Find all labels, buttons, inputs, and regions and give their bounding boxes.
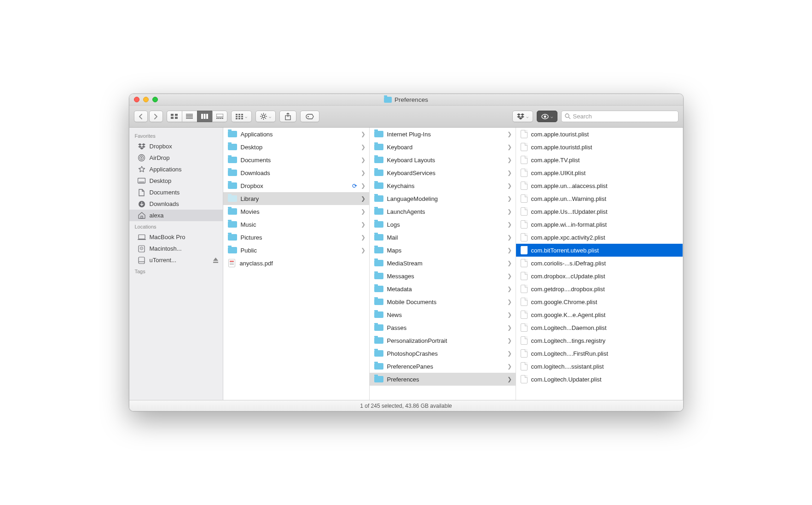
list-item[interactable]: Applications❯ bbox=[223, 128, 369, 141]
column-2[interactable]: Internet Plug-Ins❯Keyboard❯Keyboard Layo… bbox=[370, 128, 516, 400]
sidebar-item-macintosh-hd[interactable]: Macintosh... bbox=[129, 243, 223, 254]
sidebar-item-label: Macintosh... bbox=[150, 245, 182, 252]
action-button[interactable]: ⌵ bbox=[255, 111, 276, 122]
folder-icon bbox=[374, 247, 383, 253]
tags-button[interactable] bbox=[300, 111, 319, 122]
view-column-button[interactable] bbox=[197, 111, 212, 122]
list-item[interactable]: com.apple.wi...in-format.plist bbox=[516, 218, 683, 231]
list-item[interactable]: Library❯ bbox=[223, 192, 369, 205]
svg-rect-17 bbox=[238, 114, 240, 115]
minimize-button[interactable] bbox=[143, 97, 149, 102]
window-title: Preferences bbox=[384, 96, 428, 103]
list-item[interactable]: PersonalizationPortrait❯ bbox=[370, 334, 516, 347]
sidebar-item-downloads[interactable]: Downloads bbox=[129, 198, 223, 210]
list-item[interactable]: PhotoshopCrashes❯ bbox=[370, 347, 516, 360]
list-item[interactable]: com.Logitech...tings.registry bbox=[516, 334, 683, 347]
file-icon bbox=[521, 194, 528, 203]
sidebar-item-home[interactable]: alexa bbox=[129, 210, 223, 221]
file-icon bbox=[521, 336, 528, 345]
list-item[interactable]: Movies❯ bbox=[223, 205, 369, 218]
list-item[interactable]: Maps❯ bbox=[370, 244, 516, 257]
list-item[interactable]: Mobile Documents❯ bbox=[370, 295, 516, 308]
list-item[interactable]: PreferencePanes❯ bbox=[370, 360, 516, 373]
svg-rect-20 bbox=[238, 116, 240, 117]
list-item[interactable]: Keychains❯ bbox=[370, 179, 516, 192]
back-button[interactable] bbox=[134, 111, 148, 122]
list-item[interactable]: com.apple.un...alaccess.plist bbox=[516, 179, 683, 192]
svg-rect-49 bbox=[138, 239, 146, 240]
list-item[interactable]: Logs❯ bbox=[370, 218, 516, 231]
list-item[interactable]: anyclass.pdf bbox=[223, 257, 369, 270]
list-item[interactable]: Preferences❯ bbox=[370, 373, 516, 386]
list-item[interactable]: Desktop❯ bbox=[223, 141, 369, 153]
list-item[interactable]: Pictures❯ bbox=[223, 231, 369, 244]
sidebar-item-utorrent[interactable]: uTorrent... bbox=[129, 254, 223, 266]
list-item[interactable]: com.bitTorrent.utweb.plist bbox=[516, 244, 683, 257]
sidebar-item-desktop[interactable]: Desktop bbox=[129, 175, 223, 187]
dropbox-button[interactable]: ⌵ bbox=[512, 111, 533, 122]
list-item[interactable]: Mail❯ bbox=[370, 231, 516, 244]
list-item[interactable]: com.google.K...e.Agent.plist bbox=[516, 308, 683, 321]
list-item[interactable]: Passes❯ bbox=[370, 321, 516, 334]
share-button[interactable] bbox=[279, 111, 296, 122]
item-label: Public bbox=[241, 247, 357, 254]
sidebar-item-documents[interactable]: Documents bbox=[129, 187, 223, 198]
search-input[interactable]: Search bbox=[561, 111, 679, 122]
list-item[interactable]: Music❯ bbox=[223, 218, 369, 231]
forward-button[interactable] bbox=[149, 111, 163, 122]
list-item[interactable]: Documents❯ bbox=[223, 153, 369, 166]
sidebar-section-label: Locations bbox=[129, 221, 223, 231]
list-item[interactable]: LaunchAgents❯ bbox=[370, 205, 516, 218]
list-item[interactable]: LanguageModeling❯ bbox=[370, 192, 516, 205]
list-item[interactable]: com.apple.touristd.plist bbox=[516, 141, 683, 153]
list-item[interactable]: Keyboard Layouts❯ bbox=[370, 153, 516, 166]
privacy-button[interactable]: ⌵ bbox=[537, 111, 557, 122]
sidebar-item-macbook[interactable]: MacBook Pro bbox=[129, 231, 223, 243]
list-item[interactable]: com.apple.TV.plist bbox=[516, 153, 683, 166]
view-list-button[interactable] bbox=[182, 111, 197, 122]
list-item[interactable]: com.Logitech....FirstRun.plist bbox=[516, 347, 683, 360]
chevron-down-icon: ⌵ bbox=[245, 114, 247, 119]
list-item[interactable]: Dropbox⟳❯ bbox=[223, 179, 369, 192]
titlebar: Preferences bbox=[129, 94, 683, 106]
list-item[interactable]: com.coriolis-...s.iDefrag.plist bbox=[516, 257, 683, 270]
eject-icon[interactable] bbox=[213, 258, 218, 263]
sidebar-item-label: Documents bbox=[150, 189, 180, 196]
list-item[interactable]: com.getdrop....dropbox.plist bbox=[516, 282, 683, 295]
group-by-button[interactable]: ⌵ bbox=[231, 111, 252, 122]
list-item[interactable]: Downloads❯ bbox=[223, 166, 369, 179]
list-item[interactable]: com.logitech....ssistant.plist bbox=[516, 360, 683, 373]
list-item[interactable]: com.google.Chrome.plist bbox=[516, 295, 683, 308]
list-item[interactable]: com.apple.Us...tUpdater.plist bbox=[516, 205, 683, 218]
list-item[interactable]: Public❯ bbox=[223, 244, 369, 257]
list-item[interactable]: com.Logitech...Daemon.plist bbox=[516, 321, 683, 334]
search-icon bbox=[565, 113, 571, 119]
chevron-right-icon: ❯ bbox=[507, 208, 512, 215]
column-3[interactable]: com.apple.tourist.plistcom.apple.tourist… bbox=[516, 128, 683, 400]
list-item[interactable]: com.apple.tourist.plist bbox=[516, 128, 683, 141]
list-item[interactable]: MediaStream❯ bbox=[370, 257, 516, 270]
list-item[interactable]: Messages❯ bbox=[370, 270, 516, 282]
sidebar-item-applications[interactable]: Applications bbox=[129, 164, 223, 175]
list-item[interactable]: com.apple.UIKit.plist bbox=[516, 166, 683, 179]
chevron-down-icon: ⌵ bbox=[526, 114, 528, 119]
list-item[interactable]: Metadata❯ bbox=[370, 282, 516, 295]
list-item[interactable]: com.dropbox...cUpdate.plist bbox=[516, 270, 683, 282]
list-item[interactable]: com.apple.un...Warning.plist bbox=[516, 192, 683, 205]
list-item[interactable]: Internet Plug-Ins❯ bbox=[370, 128, 516, 141]
close-button[interactable] bbox=[134, 97, 139, 102]
list-item[interactable]: com.apple.xpc.activity2.plist bbox=[516, 231, 683, 244]
list-item[interactable]: KeyboardServices❯ bbox=[370, 166, 516, 179]
list-item[interactable]: Keyboard❯ bbox=[370, 141, 516, 153]
sidebar-item-dropbox[interactable]: Dropbox bbox=[129, 141, 223, 152]
list-item[interactable]: com.Logitech.Updater.plist bbox=[516, 373, 683, 386]
fullscreen-button[interactable] bbox=[152, 97, 158, 102]
view-gallery-button[interactable] bbox=[212, 111, 227, 122]
column-1[interactable]: Applications❯Desktop❯Documents❯Downloads… bbox=[223, 128, 370, 400]
view-icon-button[interactable] bbox=[167, 111, 182, 122]
list-item[interactable]: News❯ bbox=[370, 308, 516, 321]
sidebar-item-airdrop[interactable]: AirDrop bbox=[129, 152, 223, 164]
folder-icon bbox=[374, 234, 383, 241]
toolbar: ⌵ ⌵ ⌵ ⌵ Search bbox=[129, 106, 683, 128]
folder-icon bbox=[228, 208, 237, 215]
